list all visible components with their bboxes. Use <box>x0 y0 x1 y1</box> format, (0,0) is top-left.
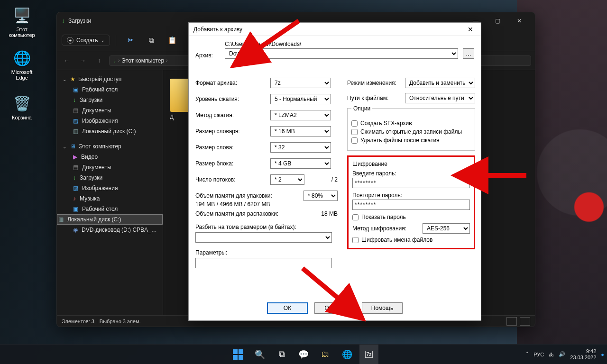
browse-button[interactable]: ... <box>463 48 474 59</box>
folder-caption: Д <box>170 114 174 120</box>
system-tray: ˄ РУС 🖧 🔊 9:42 23.03.2022 ● <box>526 345 604 364</box>
sidebar-item-documents[interactable]: ▤Документы <box>57 105 163 116</box>
copy-icon[interactable]: ⧉ <box>143 33 161 47</box>
clock-time: 9:42 <box>570 348 596 355</box>
desktop-icon-recycle[interactable]: 🗑️ Корзина <box>3 88 41 126</box>
sidebar-item-local-disk-c[interactable]: ›▥Локальный диск (C:) <box>57 214 163 225</box>
mem-pack-pct-select[interactable]: * 80% <box>304 191 338 201</box>
sidebar-group-quick-access[interactable]: ⌄ ★ Быстрый доступ <box>57 74 163 84</box>
new-button-label: Создать <box>76 37 98 44</box>
split-size-select[interactable] <box>195 232 332 243</box>
dialog-left-column: Формат архива: 7z Уровень сжатия: 5 - Но… <box>195 78 338 268</box>
word-label: Размер слова: <box>195 144 270 151</box>
cancel-button[interactable]: Отмена <box>314 302 355 314</box>
view-icons-button[interactable] <box>520 317 530 326</box>
sevenzip-icon[interactable]: 7z <box>359 345 378 364</box>
pictures-icon: ▨ <box>73 185 78 191</box>
sidebar-item-downloads[interactable]: ↓Загрузки <box>57 173 163 183</box>
password-input[interactable] <box>352 178 470 188</box>
parameters-input[interactable] <box>195 258 332 268</box>
sidebar-item-dvd[interactable]: ◉DVD-дисковод (D:) CPBA_X6 <box>57 225 163 235</box>
sidebar-item-pictures[interactable]: ▨Изображения <box>57 116 163 126</box>
show-password-checkbox[interactable]: Показать пароль <box>352 214 470 220</box>
file-explorer-icon[interactable]: 🗂 <box>316 345 335 364</box>
sidebar-item-pictures[interactable]: ▨Изображения <box>57 183 163 193</box>
update-mode-label: Режим изменения: <box>347 80 405 86</box>
volume-icon[interactable]: 🔊 <box>559 351 565 357</box>
paste-icon[interactable]: 📋 <box>164 33 182 47</box>
desktop-icon: ▣ <box>73 206 78 212</box>
dvd-icon: ◉ <box>73 227 78 233</box>
desktop-icon-edge[interactable]: 🌐 Microsoft Edge <box>3 46 41 83</box>
sidebar-group-label: Этот компьютер <box>79 143 121 150</box>
close-button[interactable]: ✕ <box>465 26 476 33</box>
notifications-icon[interactable]: ● <box>601 352 604 357</box>
sidebar-item-downloads[interactable]: ↓Загрузки <box>57 95 163 105</box>
compress-open-checkbox[interactable]: Сжимать открытые для записи файлы <box>351 128 471 135</box>
nav-up[interactable]: ↑ <box>93 57 105 64</box>
help-button[interactable]: Помощь <box>362 302 403 314</box>
sidebar-item-desktop[interactable]: ▣Рабочий стол <box>57 84 163 95</box>
task-view-icon[interactable]: ⧉ <box>272 345 291 364</box>
repeat-password-input[interactable] <box>352 200 470 210</box>
music-icon: ♪ <box>73 195 76 202</box>
archive-format-select[interactable]: 7z <box>270 78 331 88</box>
dialog-titlebar[interactable]: Добавить к архиву ✕ <box>189 23 481 36</box>
maximize-button[interactable]: ▢ <box>487 14 508 28</box>
view-details-button[interactable] <box>506 317 517 326</box>
chat-icon[interactable]: 💬 <box>294 345 313 364</box>
network-icon[interactable]: 🖧 <box>549 352 554 357</box>
sidebar-group-this-pc[interactable]: ⌄ 🖥 Этот компьютер <box>57 141 163 152</box>
sidebar-item-desktop[interactable]: ▣Рабочий стол <box>57 204 163 214</box>
archive-label: Архив: <box>195 52 220 59</box>
start-button[interactable] <box>229 345 248 364</box>
chevron-down-icon: ⌄ <box>62 144 67 149</box>
dictionary-size-select[interactable]: * 16 MB <box>270 126 331 136</box>
dialog-buttons: ОК Отмена Помощь <box>189 302 481 314</box>
update-mode-select[interactable]: Добавить и заменить <box>405 78 475 88</box>
path-mode-label: Пути к файлам: <box>347 95 405 101</box>
threads-select[interactable]: * 2 <box>270 174 304 185</box>
close-button[interactable]: ✕ <box>508 14 530 28</box>
desktop-icon-label: Корзина <box>12 115 32 120</box>
options-group-label: Опции <box>351 105 372 112</box>
compression-level-select[interactable]: 5 - Нормальный <box>270 94 331 104</box>
sidebar-item-local-disk-c[interactable]: ▥Локальный диск (C:) <box>57 126 163 136</box>
compression-method-select[interactable]: * LZMA2 <box>270 110 331 120</box>
language-indicator[interactable]: РУС <box>533 352 544 357</box>
taskbar[interactable]: 🔍 ⧉ 💬 🗂 🌐 7z ˄ РУС 🖧 🔊 9:42 23.03.2022 ● <box>0 344 607 364</box>
word-size-select[interactable]: * 32 <box>270 142 331 153</box>
nav-forward[interactable]: → <box>77 57 89 64</box>
options-group: Опции Создать SFX-архив Сжимать открытые… <box>347 108 475 151</box>
sidebar-item-videos[interactable]: ▶Видео <box>57 152 163 162</box>
download-icon: ↓ <box>113 57 116 64</box>
desktop-icon-this-pc[interactable]: 🖥️ Этот компьютер <box>3 3 41 41</box>
desktop-icon-label: Microsoft Edge <box>11 69 33 81</box>
edge-icon: 🌐 <box>12 48 31 67</box>
cut-icon[interactable]: ✂ <box>122 33 140 47</box>
search-icon[interactable]: 🔍 <box>250 345 269 364</box>
new-button[interactable]: + Создать ⌄ <box>62 35 110 46</box>
ok-button[interactable]: ОК <box>267 302 308 314</box>
edge-icon[interactable]: 🌐 <box>338 345 357 364</box>
sidebar-group-label: Быстрый доступ <box>78 76 121 82</box>
nav-back[interactable]: ← <box>61 57 73 64</box>
archive-name-input[interactable]: Downloads.7z <box>225 48 458 59</box>
chevron-down-icon: ⌄ <box>62 77 67 82</box>
path-mode-select[interactable]: Относительные пути <box>405 93 475 103</box>
sfx-checkbox[interactable]: Создать SFX-архив <box>351 120 471 127</box>
explorer-sidebar: ⌄ ★ Быстрый доступ ▣Рабочий стол ↓Загруз… <box>57 70 163 315</box>
encryption-method-select[interactable]: AES-256 <box>423 223 470 234</box>
sidebar-item-documents[interactable]: ▤Документы <box>57 162 163 173</box>
status-selection: Выбрано 3 элем. <box>100 318 141 324</box>
clock[interactable]: 9:42 23.03.2022 <box>570 348 596 360</box>
delete-after-checkbox[interactable]: Удалять файлы после сжатия <box>351 137 471 144</box>
chevron-right-icon: › <box>166 58 167 63</box>
monitor-icon: 🖥 <box>70 143 76 150</box>
block-size-select[interactable]: * 4 GB <box>270 158 331 169</box>
tray-overflow-icon[interactable]: ˄ <box>526 351 529 357</box>
breadcrumb-segment[interactable]: Этот компьютер <box>121 57 164 64</box>
encrypt-names-checkbox[interactable]: Шифровать имена файлов <box>352 237 470 243</box>
level-label: Уровень сжатия: <box>195 96 270 102</box>
sidebar-item-music[interactable]: ♪Музыка <box>57 193 163 204</box>
